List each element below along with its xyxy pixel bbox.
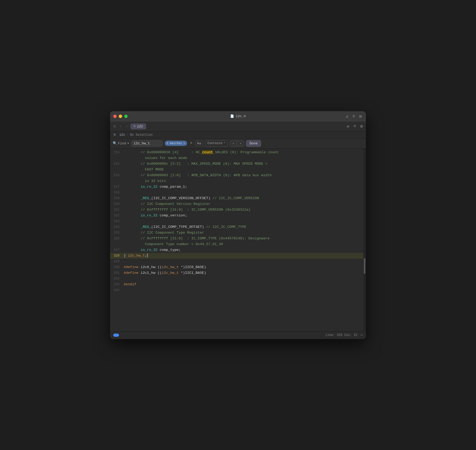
window-title: 📄 i2c.h <box>230 114 246 118</box>
tab-bar-right: ⇄ ≡ ⊞ <box>346 123 364 129</box>
line-number: 317 <box>110 184 124 190</box>
table-row: 333 #endif <box>110 282 366 287</box>
line-code: io_ro_32 comp_param_1; <box>124 184 366 190</box>
traffic-lights <box>113 115 128 118</box>
table-row: 330 #define i2c0_hw ((i2c_hw_t *)I2C0_BA… <box>110 264 366 270</box>
tab-bar: ⊞ ‹ › h i2c ⇄ ≡ ⊞ <box>110 122 366 132</box>
line-number: 316 <box>110 173 124 178</box>
line-code: // I2C Component Version Register <box>124 201 366 207</box>
line-number: 322 <box>110 213 124 218</box>
contains-dropdown[interactable]: Contains ⌃ <box>205 140 228 146</box>
search-icon: 🔍 <box>113 141 117 145</box>
matches-badge: 3 matches ✕ <box>165 141 187 146</box>
tab-forward-button[interactable]: › <box>124 123 129 129</box>
line-code: // 0x000000010 [4] : HC_count_VALUES (0)… <box>124 150 366 161</box>
title-text: i2c.h <box>236 114 246 118</box>
add-panel-icon[interactable]: ⊞ <box>359 123 364 129</box>
code-area[interactable]: 314 // 0x000000010 [4] : HC_count_VALUES… <box>110 149 366 331</box>
line-number: 330 <box>110 264 124 270</box>
line-number: 326 <box>110 236 124 241</box>
table-row: 327 io_ro_32 comp_type; <box>110 247 366 253</box>
table-row: 334 <box>110 287 366 293</box>
breadcrumb-sep: › <box>127 133 128 137</box>
find-input-wrapper[interactable] <box>131 140 163 146</box>
scrollbar-track[interactable] <box>363 149 366 331</box>
status-left <box>113 334 119 337</box>
panel-icon[interactable]: ≡ <box>353 123 357 129</box>
editor-window: 📄 i2c.h ↺ ≡ ⊞ ⊞ ‹ › h i2c ⇄ ≡ ⊞ h i2c › … <box>110 111 366 339</box>
table-row: 321 // 0xffffffff [31:0] : IC_COMP_VERSI… <box>110 207 366 213</box>
line-number: 325 <box>110 230 124 236</box>
find-dropdown[interactable]: 🔍 Find ▾ <box>113 141 129 145</box>
table-row: 332 <box>110 276 366 282</box>
table-row: 322 io_ro_32 comp_version; <box>110 213 366 218</box>
line-code: io_ro_32 comp_type; <box>124 247 366 253</box>
contains-label: Contains <box>207 141 223 145</box>
line-code: _REG_(I2C_IC_COMP_VERSION_OFFSET) // I2C… <box>124 196 366 201</box>
table-row: 326 // 0xffffffff [31:0] : IC_COMP_TYPE … <box>110 236 366 247</box>
status-indicator <box>113 334 119 337</box>
line-number: 315 <box>110 161 124 167</box>
status-right: Line: 328 Col: 12 ⌨ <box>325 333 363 338</box>
keyboard-icon[interactable]: ⌨ <box>361 333 363 338</box>
matches-text: 3 matches <box>166 142 182 145</box>
scrollbar-thumb[interactable] <box>364 258 365 274</box>
line-code: io_ro_32 comp_version; <box>124 213 366 218</box>
close-button[interactable] <box>113 115 117 118</box>
table-row: 318 <box>110 190 366 196</box>
line-number: 331 <box>110 270 124 276</box>
split-icon[interactable]: ⊞ <box>358 113 363 120</box>
maximize-button[interactable] <box>124 115 128 118</box>
refresh-icon[interactable]: ↺ <box>345 113 349 120</box>
contains-arrow: ⌃ <box>223 141 225 145</box>
active-tab[interactable]: h i2c <box>130 123 146 129</box>
find-next-button[interactable]: › <box>237 141 244 146</box>
table-row: 317 io_ro_32 comp_param_1; <box>110 184 366 190</box>
code-content: 314 // 0x000000010 [4] : HC_count_VALUES… <box>110 149 366 294</box>
swap-icon[interactable]: ⇄ <box>346 123 350 129</box>
tab-file-type-icon: h <box>134 125 135 128</box>
line-code: _REG_(I2C_IC_COMP_TYPE_OFFSET) // I2C_IC… <box>124 224 366 230</box>
find-done-button[interactable]: Done <box>246 140 261 147</box>
table-row: 329 <box>110 259 366 264</box>
table-row: 325 // I2C Component Type Register <box>110 230 366 236</box>
find-bar: 🔍 Find ▾ 3 matches ✕ + Aa Contains ⌃ ‹ ›… <box>110 139 366 149</box>
line-number: 333 <box>110 282 124 287</box>
line-number: 324 <box>110 224 124 230</box>
grid-view-icon[interactable]: ⊞ <box>112 123 117 129</box>
table-row: 328 } i2c_hw_t; <box>110 253 366 259</box>
title-bar-right: ↺ ≡ ⊞ <box>345 113 363 120</box>
line-col-status: Line: 328 Col: 12 <box>325 333 357 337</box>
line-number: 332 <box>110 276 124 282</box>
line-code: } i2c_hw_t; <box>124 253 366 259</box>
line-code: #define i2c0_hw ((i2c_hw_t *)I2C0_BASE) <box>124 264 366 270</box>
breadcrumb-selection: No Selection <box>130 133 152 137</box>
line-code: #endif <box>124 282 366 287</box>
line-number: 334 <box>110 287 124 293</box>
matches-close-button[interactable]: ✕ <box>183 141 185 145</box>
line-number: 320 <box>110 201 124 207</box>
tab-label: i2c <box>137 125 143 128</box>
title-bar: 📄 i2c.h ↺ ≡ ⊞ <box>110 111 366 122</box>
line-number: 329 <box>110 259 124 264</box>
line-code: // 0x0000000c [3:2] : MAX_SPEED_MODE (0)… <box>124 161 366 173</box>
match-case-button[interactable]: Aa <box>195 141 203 146</box>
find-dropdown-arrow: ▾ <box>127 141 129 145</box>
table-row: 319 _REG_(I2C_IC_COMP_VERSION_OFFSET) //… <box>110 196 366 201</box>
tab-back-button[interactable]: ‹ <box>118 123 123 129</box>
minimize-button[interactable] <box>119 115 122 118</box>
line-number: 323 <box>110 218 124 224</box>
table-row: 315 // 0x0000000c [3:2] : MAX_SPEED_MODE… <box>110 161 366 173</box>
line-code: // 0xffffffff [31:0] : IC_COMP_VERSION (… <box>124 207 366 213</box>
find-input[interactable] <box>134 141 157 145</box>
add-replace-button[interactable]: + <box>189 141 193 146</box>
table-row: 316 // 0x00000003 [1:0] : APB_DATA_WIDTH… <box>110 173 366 184</box>
table-row: 324 _REG_(I2C_IC_COMP_TYPE_OFFSET) // I2… <box>110 224 366 230</box>
list-icon[interactable]: ≡ <box>352 114 356 119</box>
line-code: // 0x00000003 [1:0] : APB_DATA_WIDTH (0)… <box>124 173 366 184</box>
breadcrumb-file[interactable]: h i2c <box>114 133 125 137</box>
find-prev-button[interactable]: ‹ <box>230 141 237 146</box>
line-code: #define i2c1_hw ((i2c_hw_t *)I2C1_BASE) <box>124 270 366 276</box>
table-row: 323 <box>110 218 366 224</box>
find-navigation: ‹ › <box>230 140 244 146</box>
